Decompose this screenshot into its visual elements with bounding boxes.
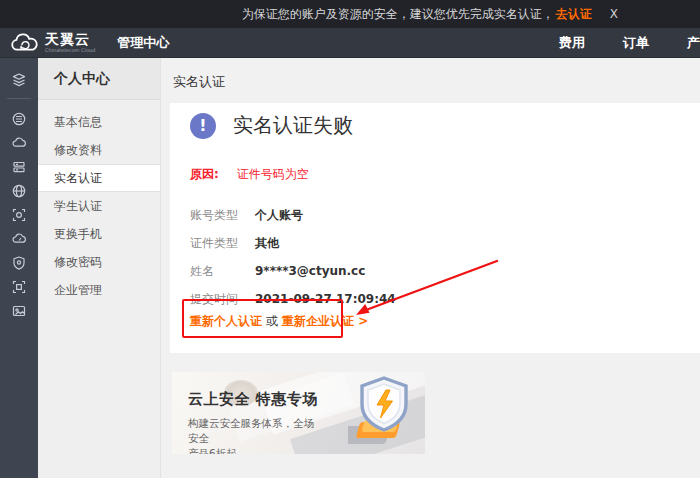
sidebar-title: 个人中心 <box>38 58 160 100</box>
exclamation-circle-icon: ! <box>190 113 216 139</box>
logo-subtitle: Chinatelecom Cloud <box>45 48 95 53</box>
sidebar-item-change-phone[interactable]: 更换手机 <box>38 220 160 248</box>
image-icon[interactable] <box>0 299 38 323</box>
globe-icon[interactable] <box>0 179 38 203</box>
security-promo-banner[interactable]: 云上安全 特惠专场 构建云安全服务体系，全场安全 产品6折起 <box>172 372 425 454</box>
sidebar-item-realname-auth[interactable]: 实名认证 <box>38 164 160 192</box>
shield-icon[interactable] <box>0 251 38 275</box>
page-title: 实名认证 <box>161 58 700 103</box>
row-id-type: 证件类型 其他 <box>170 229 700 257</box>
close-icon[interactable]: X <box>610 7 618 21</box>
cloud-logo-icon <box>10 33 40 53</box>
sidebar-item-edit-profile[interactable]: 修改资料 <box>38 136 160 164</box>
banner-title: 云上安全 特惠专场 <box>188 390 318 409</box>
layers-icon[interactable] <box>0 68 38 92</box>
sidebar-item-change-password[interactable]: 修改密码 <box>38 248 160 276</box>
sidebar-item-basic-info[interactable]: 基本信息 <box>38 108 160 136</box>
main-content: 实名认证 ! 实名认证失败 原因: 证件号码为空 账号类型 个人账号 证件类型 … <box>161 58 700 478</box>
sidebar-item-enterprise-mgmt[interactable]: 企业管理 <box>38 276 160 304</box>
cube-icon[interactable] <box>0 275 38 299</box>
auth-result-card: ! 实名认证失败 原因: 证件号码为空 账号类型 个人账号 证件类型 其他 姓名… <box>170 103 700 353</box>
personal-reauth-link[interactable]: 重新个人认证 <box>190 313 262 330</box>
shield-lightning-icon <box>348 374 420 454</box>
reason-value: 证件号码为空 <box>237 167 309 181</box>
logo-title: 天翼云 <box>45 32 95 46</box>
rail-divider <box>7 98 31 99</box>
or-text: 或 <box>266 313 278 330</box>
reason-label: 原因: <box>190 167 219 181</box>
console-icon[interactable] <box>0 107 38 131</box>
nav-item-orders[interactable]: 订单 <box>623 34 649 52</box>
console-label[interactable]: 管理中心 <box>117 34 169 52</box>
failure-reason: 原因: 证件号码为空 <box>190 166 700 183</box>
nav-item-products[interactable]: 产 <box>687 34 700 52</box>
nav-item-fees[interactable]: 费用 <box>559 34 585 52</box>
notification-message: 为保证您的账户及资源的安全，建议您优先完成实名认证， <box>242 6 554 23</box>
go-authenticate-link[interactable]: 去认证 <box>556 6 592 23</box>
sidebar-item-student-auth[interactable]: 学生认证 <box>38 192 160 220</box>
banner-body: 构建云安全服务体系，全场安全 产品6折起 <box>188 416 318 454</box>
cloud-gauge-icon[interactable] <box>0 227 38 251</box>
row-name: 姓名 9****3@ctyun.cc <box>170 257 700 285</box>
brand-logo[interactable]: 天翼云 Chinatelecom Cloud <box>10 32 95 53</box>
notification-bar: 为保证您的账户及资源的安全，建议您优先完成实名认证， 去认证 X <box>0 0 700 28</box>
scan-icon[interactable] <box>0 203 38 227</box>
main-header: 天翼云 Chinatelecom Cloud 管理中心 费用 订单 产 <box>0 28 700 58</box>
detail-rows: 账号类型 个人账号 证件类型 其他 姓名 9****3@ctyun.cc 提交时… <box>170 201 700 313</box>
header-nav: 费用 订单 产 <box>521 34 700 52</box>
personal-center-sidebar: 个人中心 基本信息 修改资料 实名认证 学生认证 更换手机 修改密码 企业管理 <box>38 58 161 478</box>
icon-rail <box>0 58 38 478</box>
row-submit-time: 提交时间 2021-09-27 17:09:44 <box>170 285 700 313</box>
enterprise-reauth-link[interactable]: 重新企业认证 > <box>282 313 368 330</box>
cloud-icon[interactable] <box>0 131 38 155</box>
status-title: 实名认证失败 <box>233 112 353 139</box>
row-account-type: 账号类型 个人账号 <box>170 201 700 229</box>
server-icon[interactable] <box>0 155 38 179</box>
reauth-links: 重新个人认证 或 重新企业认证 > <box>190 313 368 330</box>
